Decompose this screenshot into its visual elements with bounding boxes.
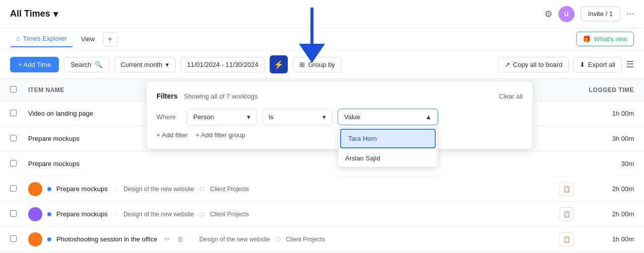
- row-name-5: Photoshooting session in the office ✏ 🗑 …: [28, 232, 559, 246]
- row-delete-icon-5[interactable]: 🗑: [177, 235, 184, 243]
- row-status-dot-4: [47, 212, 51, 216]
- tab-times-explorer[interactable]: ⌂ Times Explorer: [10, 31, 73, 47]
- row-item-name-4: Prepare mockups: [56, 210, 108, 218]
- whats-new-button[interactable]: 🎁 What's new: [576, 32, 634, 46]
- separator-3: ·: [115, 185, 117, 193]
- tab-view-label: View: [81, 35, 95, 43]
- board-icon: ⊞: [299, 61, 305, 68]
- copy-all-button[interactable]: ↗ Copy all to board: [498, 57, 569, 72]
- date-range-value: 11/01/2024 - 11/30/2024: [187, 61, 259, 68]
- row-board-4: Client Projects: [210, 211, 249, 218]
- row-avatar-3: [28, 182, 42, 196]
- select-all-checkbox[interactable]: [10, 86, 22, 95]
- filter-subtitle: Showing all of 7 worklogs: [184, 93, 258, 100]
- row-board-3: Client Projects: [210, 186, 249, 193]
- search-icon: 🔍: [95, 61, 103, 68]
- dropdown-item-arslan-sajid[interactable]: Arslan Sajid: [338, 149, 438, 167]
- row-board-5: Client Projects: [286, 236, 325, 243]
- row-logged-2: 30m: [574, 160, 634, 167]
- row-name-3: Prepare mockups · Design of the new webs…: [28, 182, 559, 196]
- row-task-icon-5: 📋: [559, 232, 574, 246]
- dropdown-item-tara-horn[interactable]: Tara Horn: [340, 129, 436, 148]
- avatar: U: [558, 6, 575, 22]
- is-select[interactable]: is ▾: [262, 109, 333, 125]
- filter-icon: ⚡: [274, 60, 284, 69]
- toolbar-right: ↗ Copy all to board ⬇ Export all ☰: [498, 57, 634, 72]
- row-project-5: Design of the new website: [199, 236, 270, 243]
- col-logged-time-header: Logged Time: [574, 87, 634, 94]
- group-by-button[interactable]: ⊞ Group by: [293, 57, 341, 72]
- value-select[interactable]: Value ▲: [338, 109, 438, 125]
- table-row: Prepare mockups · Design of the new webs…: [0, 177, 644, 202]
- row-checkbox-4[interactable]: [10, 210, 22, 219]
- where-label: Where: [156, 113, 182, 121]
- header-right: ⚙ U Invite / 1 ···: [544, 6, 634, 22]
- row-avatar-4: [28, 207, 42, 221]
- row-item-name-3: Prepare mockups: [56, 185, 108, 193]
- table-row: Photoshooting session in the office ✏ 🗑 …: [0, 227, 644, 252]
- whats-new-label: What's new: [594, 35, 627, 43]
- filter-panel-title: Filters: [156, 92, 178, 100]
- filter-panel-header: Filters Showing all of 7 worklogs Clear …: [156, 92, 523, 101]
- tab-add-button[interactable]: +: [103, 32, 117, 46]
- tab-view[interactable]: View: [75, 31, 101, 47]
- chevron-down-icon: ▾: [166, 61, 169, 68]
- table-settings-icon[interactable]: ☰: [626, 59, 634, 70]
- avatar-initials: U: [565, 11, 569, 18]
- row-item-name-0: Video on landing page: [28, 110, 93, 117]
- row-checkbox-2[interactable]: [10, 159, 22, 168]
- tab-bar: ⌂ Times Explorer View + 🎁 What's new: [0, 28, 644, 50]
- row-checkbox-3[interactable]: [10, 185, 22, 194]
- row-item-name-5: Photoshooting session in the office: [56, 235, 157, 243]
- clear-all-button[interactable]: Clear all: [499, 93, 523, 100]
- tab-bar-right: 🎁 What's new: [576, 32, 634, 46]
- board-sep-3: □: [200, 185, 204, 193]
- search-button[interactable]: Search 🔍: [64, 57, 109, 72]
- row-item-name-2: Prepare mockups: [28, 160, 79, 167]
- row-logged-4: 2h 00m: [574, 210, 634, 218]
- main-content: Item Name Logged Time Video on landing p…: [0, 79, 644, 253]
- tara-horn-label: Tara Horn: [348, 135, 377, 142]
- current-month-button[interactable]: Current month ▾: [114, 57, 176, 72]
- row-name-2: Prepare mockups: [28, 160, 574, 167]
- filter-row: Where Person ▾ is ▾ Value ▲ Tara Horn: [156, 109, 523, 125]
- export-all-button[interactable]: ⬇ Export all: [573, 57, 622, 72]
- table-row: Prepare mockups · Design of the new webs…: [0, 202, 644, 227]
- add-time-button[interactable]: + Add Time: [10, 57, 59, 72]
- person-select[interactable]: Person ▾: [187, 109, 257, 125]
- arslan-sajid-label: Arslan Sajid: [345, 154, 380, 162]
- person-select-value: Person: [193, 113, 214, 121]
- app-title: All Times ▾: [10, 9, 58, 20]
- row-checkbox-0[interactable]: [10, 109, 22, 118]
- row-checkbox-5[interactable]: [10, 235, 22, 244]
- row-checkbox-1[interactable]: [10, 134, 22, 143]
- search-label: Search: [70, 61, 91, 68]
- row-task-icon-4: 📋: [559, 207, 574, 221]
- app-title-chevron[interactable]: ▾: [53, 9, 58, 20]
- download-icon: ⬇: [580, 61, 585, 68]
- row-project-4: Design of the new website: [124, 211, 194, 218]
- row-task-icon-3: 📋: [559, 182, 574, 196]
- more-icon[interactable]: ···: [626, 9, 634, 19]
- is-select-value: is: [269, 113, 273, 121]
- invite-button[interactable]: Invite / 1: [581, 7, 620, 21]
- tab-times-explorer-label: Times Explorer: [23, 35, 67, 42]
- add-filter-button[interactable]: + Add filter: [156, 131, 188, 139]
- row-logged-1: 3h 00m: [574, 135, 634, 142]
- value-dropdown-list: Tara Horn Arslan Sajid: [338, 127, 438, 167]
- date-range-button[interactable]: 11/01/2024 - 11/30/2024: [181, 57, 265, 72]
- gear-icon[interactable]: ⚙: [544, 9, 552, 20]
- row-status-dot-3: [47, 187, 51, 191]
- separator-4: ·: [115, 210, 117, 218]
- value-dropdown-wrapper: Value ▲ Tara Horn Arslan Sajid: [338, 109, 438, 125]
- add-filter-group-button[interactable]: + Add filter group: [196, 131, 246, 139]
- row-edit-icon-5[interactable]: ✏: [165, 235, 170, 243]
- copy-all-label: Copy all to board: [513, 61, 562, 68]
- is-chevron-icon: ▾: [323, 113, 326, 121]
- filter-button[interactable]: ⚡: [270, 55, 288, 73]
- row-project-3: Design of the new website: [124, 186, 194, 193]
- tab-home-icon: ⌂: [16, 35, 20, 42]
- row-logged-0: 1h 00m: [574, 110, 634, 117]
- group-by-label: Group by: [308, 61, 335, 68]
- row-status-dot-5: [47, 237, 51, 241]
